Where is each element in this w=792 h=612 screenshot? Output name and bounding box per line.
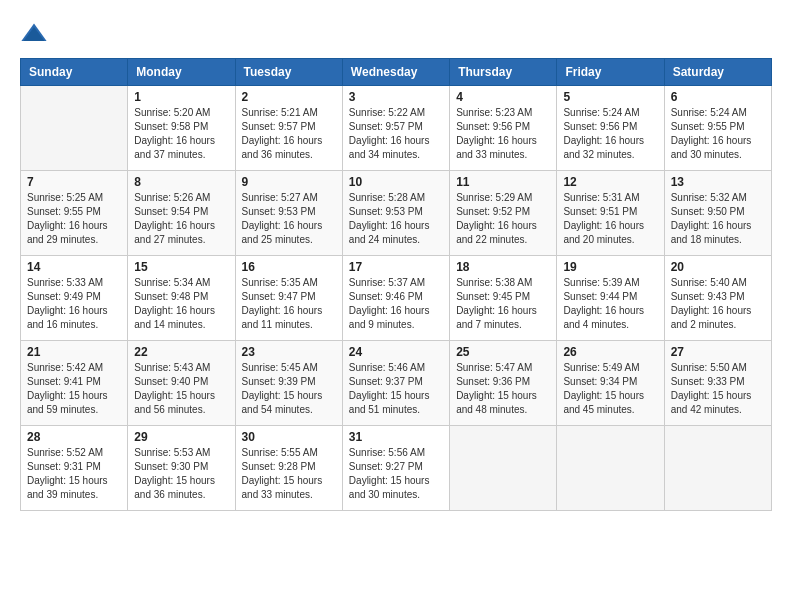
calendar-cell: 17Sunrise: 5:37 AM Sunset: 9:46 PM Dayli…	[342, 256, 449, 341]
day-info: Sunrise: 5:35 AM Sunset: 9:47 PM Dayligh…	[242, 276, 336, 332]
day-info: Sunrise: 5:20 AM Sunset: 9:58 PM Dayligh…	[134, 106, 228, 162]
calendar-cell: 14Sunrise: 5:33 AM Sunset: 9:49 PM Dayli…	[21, 256, 128, 341]
day-number: 1	[134, 90, 228, 104]
header-day: Friday	[557, 59, 664, 86]
calendar-cell: 25Sunrise: 5:47 AM Sunset: 9:36 PM Dayli…	[450, 341, 557, 426]
calendar-cell: 19Sunrise: 5:39 AM Sunset: 9:44 PM Dayli…	[557, 256, 664, 341]
calendar-cell: 16Sunrise: 5:35 AM Sunset: 9:47 PM Dayli…	[235, 256, 342, 341]
day-number: 3	[349, 90, 443, 104]
day-info: Sunrise: 5:28 AM Sunset: 9:53 PM Dayligh…	[349, 191, 443, 247]
calendar-cell	[21, 86, 128, 171]
calendar-cell: 21Sunrise: 5:42 AM Sunset: 9:41 PM Dayli…	[21, 341, 128, 426]
calendar-cell: 9Sunrise: 5:27 AM Sunset: 9:53 PM Daylig…	[235, 171, 342, 256]
day-number: 6	[671, 90, 765, 104]
day-number: 26	[563, 345, 657, 359]
day-info: Sunrise: 5:37 AM Sunset: 9:46 PM Dayligh…	[349, 276, 443, 332]
header-day: Monday	[128, 59, 235, 86]
day-info: Sunrise: 5:31 AM Sunset: 9:51 PM Dayligh…	[563, 191, 657, 247]
day-info: Sunrise: 5:46 AM Sunset: 9:37 PM Dayligh…	[349, 361, 443, 417]
day-number: 16	[242, 260, 336, 274]
day-number: 17	[349, 260, 443, 274]
day-info: Sunrise: 5:49 AM Sunset: 9:34 PM Dayligh…	[563, 361, 657, 417]
calendar-cell: 10Sunrise: 5:28 AM Sunset: 9:53 PM Dayli…	[342, 171, 449, 256]
day-info: Sunrise: 5:22 AM Sunset: 9:57 PM Dayligh…	[349, 106, 443, 162]
day-number: 7	[27, 175, 121, 189]
calendar-week: 21Sunrise: 5:42 AM Sunset: 9:41 PM Dayli…	[21, 341, 772, 426]
day-info: Sunrise: 5:45 AM Sunset: 9:39 PM Dayligh…	[242, 361, 336, 417]
calendar-cell: 6Sunrise: 5:24 AM Sunset: 9:55 PM Daylig…	[664, 86, 771, 171]
logo	[20, 20, 50, 48]
calendar-cell: 30Sunrise: 5:55 AM Sunset: 9:28 PM Dayli…	[235, 426, 342, 511]
calendar-cell: 4Sunrise: 5:23 AM Sunset: 9:56 PM Daylig…	[450, 86, 557, 171]
day-info: Sunrise: 5:55 AM Sunset: 9:28 PM Dayligh…	[242, 446, 336, 502]
day-info: Sunrise: 5:42 AM Sunset: 9:41 PM Dayligh…	[27, 361, 121, 417]
day-number: 19	[563, 260, 657, 274]
calendar-body: 1Sunrise: 5:20 AM Sunset: 9:58 PM Daylig…	[21, 86, 772, 511]
header-row: SundayMondayTuesdayWednesdayThursdayFrid…	[21, 59, 772, 86]
day-info: Sunrise: 5:25 AM Sunset: 9:55 PM Dayligh…	[27, 191, 121, 247]
day-number: 8	[134, 175, 228, 189]
day-info: Sunrise: 5:38 AM Sunset: 9:45 PM Dayligh…	[456, 276, 550, 332]
day-number: 15	[134, 260, 228, 274]
day-info: Sunrise: 5:24 AM Sunset: 9:56 PM Dayligh…	[563, 106, 657, 162]
page-header	[20, 20, 772, 48]
day-info: Sunrise: 5:34 AM Sunset: 9:48 PM Dayligh…	[134, 276, 228, 332]
header-day: Wednesday	[342, 59, 449, 86]
calendar-cell: 18Sunrise: 5:38 AM Sunset: 9:45 PM Dayli…	[450, 256, 557, 341]
calendar-cell: 20Sunrise: 5:40 AM Sunset: 9:43 PM Dayli…	[664, 256, 771, 341]
day-number: 29	[134, 430, 228, 444]
day-number: 14	[27, 260, 121, 274]
calendar-cell	[450, 426, 557, 511]
calendar-cell	[557, 426, 664, 511]
day-number: 31	[349, 430, 443, 444]
day-number: 11	[456, 175, 550, 189]
day-number: 4	[456, 90, 550, 104]
calendar-week: 1Sunrise: 5:20 AM Sunset: 9:58 PM Daylig…	[21, 86, 772, 171]
calendar-cell: 29Sunrise: 5:53 AM Sunset: 9:30 PM Dayli…	[128, 426, 235, 511]
day-number: 5	[563, 90, 657, 104]
header-day: Saturday	[664, 59, 771, 86]
calendar-cell: 13Sunrise: 5:32 AM Sunset: 9:50 PM Dayli…	[664, 171, 771, 256]
calendar-cell: 8Sunrise: 5:26 AM Sunset: 9:54 PM Daylig…	[128, 171, 235, 256]
day-info: Sunrise: 5:29 AM Sunset: 9:52 PM Dayligh…	[456, 191, 550, 247]
calendar-cell: 12Sunrise: 5:31 AM Sunset: 9:51 PM Dayli…	[557, 171, 664, 256]
calendar-cell: 23Sunrise: 5:45 AM Sunset: 9:39 PM Dayli…	[235, 341, 342, 426]
day-number: 22	[134, 345, 228, 359]
day-number: 25	[456, 345, 550, 359]
calendar-cell: 3Sunrise: 5:22 AM Sunset: 9:57 PM Daylig…	[342, 86, 449, 171]
calendar-cell: 27Sunrise: 5:50 AM Sunset: 9:33 PM Dayli…	[664, 341, 771, 426]
logo-icon	[20, 20, 48, 48]
calendar-header: SundayMondayTuesdayWednesdayThursdayFrid…	[21, 59, 772, 86]
day-number: 13	[671, 175, 765, 189]
day-number: 10	[349, 175, 443, 189]
calendar-table: SundayMondayTuesdayWednesdayThursdayFrid…	[20, 58, 772, 511]
day-info: Sunrise: 5:33 AM Sunset: 9:49 PM Dayligh…	[27, 276, 121, 332]
day-info: Sunrise: 5:43 AM Sunset: 9:40 PM Dayligh…	[134, 361, 228, 417]
day-info: Sunrise: 5:53 AM Sunset: 9:30 PM Dayligh…	[134, 446, 228, 502]
day-number: 30	[242, 430, 336, 444]
calendar-cell: 24Sunrise: 5:46 AM Sunset: 9:37 PM Dayli…	[342, 341, 449, 426]
calendar-cell	[664, 426, 771, 511]
day-number: 12	[563, 175, 657, 189]
header-day: Thursday	[450, 59, 557, 86]
calendar-cell: 22Sunrise: 5:43 AM Sunset: 9:40 PM Dayli…	[128, 341, 235, 426]
day-info: Sunrise: 5:52 AM Sunset: 9:31 PM Dayligh…	[27, 446, 121, 502]
calendar-cell: 15Sunrise: 5:34 AM Sunset: 9:48 PM Dayli…	[128, 256, 235, 341]
day-number: 28	[27, 430, 121, 444]
day-info: Sunrise: 5:47 AM Sunset: 9:36 PM Dayligh…	[456, 361, 550, 417]
day-number: 18	[456, 260, 550, 274]
day-number: 2	[242, 90, 336, 104]
calendar-cell: 31Sunrise: 5:56 AM Sunset: 9:27 PM Dayli…	[342, 426, 449, 511]
calendar-cell: 7Sunrise: 5:25 AM Sunset: 9:55 PM Daylig…	[21, 171, 128, 256]
header-day: Tuesday	[235, 59, 342, 86]
day-number: 21	[27, 345, 121, 359]
day-info: Sunrise: 5:23 AM Sunset: 9:56 PM Dayligh…	[456, 106, 550, 162]
calendar-cell: 26Sunrise: 5:49 AM Sunset: 9:34 PM Dayli…	[557, 341, 664, 426]
day-number: 20	[671, 260, 765, 274]
calendar-week: 14Sunrise: 5:33 AM Sunset: 9:49 PM Dayli…	[21, 256, 772, 341]
day-info: Sunrise: 5:50 AM Sunset: 9:33 PM Dayligh…	[671, 361, 765, 417]
day-info: Sunrise: 5:56 AM Sunset: 9:27 PM Dayligh…	[349, 446, 443, 502]
day-info: Sunrise: 5:24 AM Sunset: 9:55 PM Dayligh…	[671, 106, 765, 162]
calendar-week: 28Sunrise: 5:52 AM Sunset: 9:31 PM Dayli…	[21, 426, 772, 511]
day-number: 24	[349, 345, 443, 359]
